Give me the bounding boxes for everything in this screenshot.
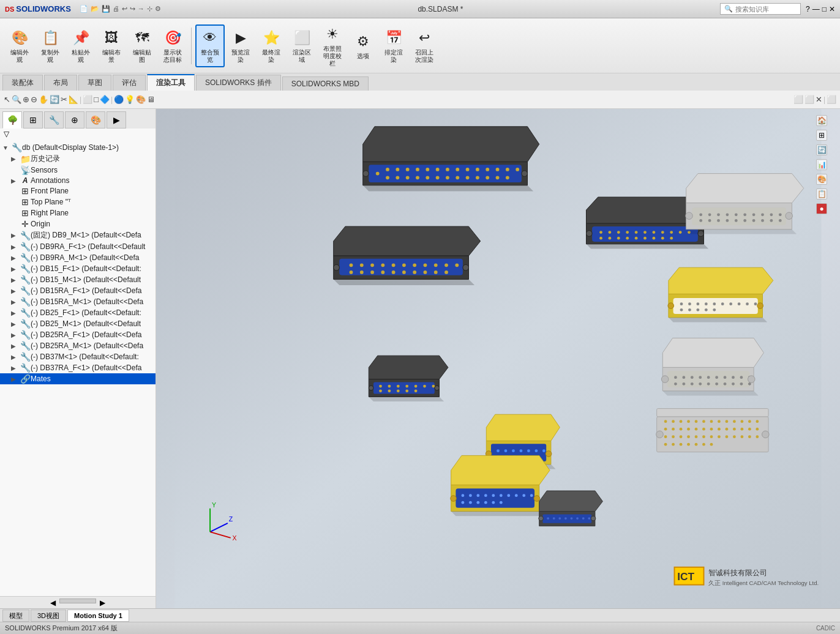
tree-top-plane[interactable]: ▶ ⊞ Top Plane "ᵀ: [0, 196, 156, 207]
tab-model[interactable]: 模型: [2, 610, 29, 622]
mates-arrow[interactable]: ▶: [11, 376, 20, 382]
3d-viewport[interactable]: Z X Y ICT 智诚科技有限公司 久正 Intelligent CAD/CA…: [156, 109, 840, 608]
db15-m-arrow[interactable]: ▶: [11, 277, 20, 283]
shaded-icon[interactable]: □: [94, 95, 99, 104]
edit-decal-button[interactable]: 🗺 编辑贴图: [127, 25, 157, 67]
tree-root[interactable]: ▼ 🔧 db (Default<Display State-1>): [0, 142, 156, 153]
wireframe-icon[interactable]: ⬜: [83, 95, 92, 104]
db15ra-m-arrow[interactable]: ▶: [11, 299, 20, 305]
schedule-render-button[interactable]: 📅 排定渲染: [379, 25, 408, 67]
clipboard-btn[interactable]: 📋: [816, 188, 827, 200]
tree-db15ra-f[interactable]: ▶ 🔧 (-) DB15RA_F<1> (Default<<Defa: [0, 285, 156, 296]
undo-icon[interactable]: ↩: [122, 5, 127, 13]
perspective-icon[interactable]: 🔵: [114, 95, 124, 104]
tab-evaluate[interactable]: 评估: [113, 75, 146, 91]
shaded-edges-icon[interactable]: 🔷: [100, 95, 110, 104]
question-icon[interactable]: ?: [806, 5, 810, 13]
expand-icon[interactable]: ⬜: [793, 95, 803, 104]
tree-db9ra-f[interactable]: ▶ 🔧 (-) DB9RA_F<1> (Default<<Default: [0, 241, 156, 252]
tab-motion-study[interactable]: Motion Study 1: [67, 610, 129, 622]
tree-history[interactable]: ▶ 📁 历史记录: [0, 153, 156, 165]
fullscreen-icon[interactable]: ⬜: [827, 95, 836, 104]
dim-xpert-tab[interactable]: ⊕: [65, 111, 84, 129]
display-manager-tab[interactable]: 🎨: [86, 111, 105, 129]
section-icon[interactable]: ✂: [61, 95, 67, 104]
copy-appearance-button[interactable]: 📋 复制外观: [36, 25, 65, 67]
root-arrow[interactable]: ▼: [2, 144, 11, 151]
lights-icon[interactable]: 💡: [125, 95, 135, 104]
tree-db15ra-m[interactable]: ▶ 🔧 (-) DB15RA_M<1> (Default<<Defa: [0, 296, 156, 307]
home-view-btn[interactable]: 🏠: [816, 115, 827, 126]
db25-f-arrow[interactable]: ▶: [11, 310, 20, 316]
db9m-arrow[interactable]: ▶: [11, 232, 20, 239]
preview-render-button[interactable]: ▶ 预览渲染: [226, 25, 255, 67]
db25ra-f-arrow[interactable]: ▶: [11, 332, 20, 338]
options-button[interactable]: ⚙ 选项: [348, 28, 378, 64]
tree-db15-m[interactable]: ▶ 🔧 (-) DB15_M<1> (Default<<Default: [0, 274, 156, 285]
property-manager-tab[interactable]: ⊞: [23, 111, 43, 129]
zoom-in-icon[interactable]: ⊕: [23, 95, 29, 104]
tree-db25-f[interactable]: ▶ 🔧 (-) DB25_F<1> (Default<<Default:: [0, 307, 156, 318]
arrow-icon[interactable]: →: [138, 5, 144, 13]
tree-mates[interactable]: ▶ 🔗 Mates: [0, 373, 156, 384]
tab-assembly[interactable]: 装配体: [2, 75, 43, 91]
db37m-arrow[interactable]: ▶: [11, 354, 20, 360]
recall-last-render-button[interactable]: ↩ 召回上次渲染: [410, 25, 439, 67]
pan-icon[interactable]: ✋: [39, 95, 48, 104]
db25-m-arrow[interactable]: ▶: [11, 321, 20, 327]
tab-layout[interactable]: 布局: [44, 75, 77, 91]
scroll-left[interactable]: ◀: [50, 599, 56, 607]
front-view-btn[interactable]: ⊞: [816, 130, 827, 141]
tree-db37m[interactable]: ▶ 🔧 (-) DB37M<1> (Default<<Default:: [0, 351, 156, 362]
scene-brightness-button[interactable]: ☀ 布景照明度校栏: [318, 21, 347, 70]
paste-appearance-button[interactable]: 📌 粘贴外观: [66, 25, 96, 67]
maximize-button[interactable]: □: [822, 5, 827, 13]
db25ra-m-arrow[interactable]: ▶: [11, 343, 20, 349]
tree-annotations[interactable]: ▶ A Annotations: [0, 176, 156, 185]
filter-icon[interactable]: ▽: [4, 130, 9, 138]
history-arrow[interactable]: ▶: [11, 155, 20, 162]
db15-f-arrow[interactable]: ▶: [11, 266, 20, 272]
appearance-icon[interactable]: 🎨: [136, 95, 146, 104]
edit-scene-button[interactable]: 🖼 编辑布景: [97, 25, 126, 67]
tab-3d-view[interactable]: 3D视图: [31, 610, 66, 622]
chart-btn[interactable]: 📊: [816, 159, 827, 170]
minimize-button[interactable]: —: [812, 5, 820, 13]
red-btn[interactable]: ●: [816, 203, 827, 214]
tree-db15-f[interactable]: ▶ 🔧 (-) DB15_F<1> (Default<<Default:: [0, 263, 156, 274]
options-icon[interactable]: ⚙: [155, 5, 161, 13]
print-icon[interactable]: 🖨: [113, 5, 119, 13]
config-manager-tab[interactable]: 🔧: [44, 111, 64, 129]
db9ra-f-arrow[interactable]: ▶: [11, 244, 20, 250]
tab-render-tools[interactable]: 渲染工具: [147, 74, 195, 91]
zoom-fit-icon[interactable]: 🔍: [12, 95, 21, 104]
more-tab[interactable]: ▶: [107, 111, 126, 129]
search-input[interactable]: [735, 6, 797, 13]
tree-origin[interactable]: ▶ ✛ Origin: [0, 218, 156, 229]
db15ra-f-arrow[interactable]: ▶: [11, 288, 20, 294]
integrated-preview-button[interactable]: 👁 整合预览: [195, 24, 225, 67]
tree-front-plane[interactable]: ▶ ⊞ Front Plane: [0, 185, 156, 196]
annotations-arrow[interactable]: ▶: [11, 177, 20, 184]
edit-appearance-button[interactable]: 🎨 编辑外观: [5, 25, 34, 67]
tree-right-plane[interactable]: ▶ ⊞ Right Plane: [0, 207, 156, 218]
search-box[interactable]: 🔍: [720, 3, 801, 15]
tree-db9ra-m[interactable]: ▶ 🔧 (-) DB9RA_M<1> (Default<<Defa: [0, 252, 156, 263]
tree-sensors[interactable]: ▶ 📡 Sensors: [0, 165, 156, 176]
db9ra-m-arrow[interactable]: ▶: [11, 255, 20, 261]
pointer-icon[interactable]: ↖: [4, 95, 10, 104]
close-button[interactable]: ✕: [829, 5, 835, 13]
tab-solidworks-mbd[interactable]: SOLIDWORKS MBD: [282, 76, 369, 91]
tab-sketch[interactable]: 草图: [78, 75, 111, 91]
redo-icon[interactable]: ↪: [130, 5, 135, 13]
monitor-icon[interactable]: 🖥: [147, 95, 155, 104]
new-icon[interactable]: 📄: [80, 5, 88, 13]
render-region-button[interactable]: ⬜ 渲染区域: [287, 25, 317, 67]
feature-manager-tab[interactable]: 🌳: [2, 111, 22, 129]
tab-solidworks-plugins[interactable]: SOLIDWORKS 插件: [196, 75, 281, 91]
open-icon[interactable]: 📂: [91, 5, 99, 13]
scroll-right[interactable]: ▶: [100, 599, 105, 607]
close-panel-icon[interactable]: ✕: [816, 95, 822, 104]
save-icon[interactable]: 💾: [102, 5, 110, 13]
db37ra-f-arrow[interactable]: ▶: [11, 365, 20, 371]
